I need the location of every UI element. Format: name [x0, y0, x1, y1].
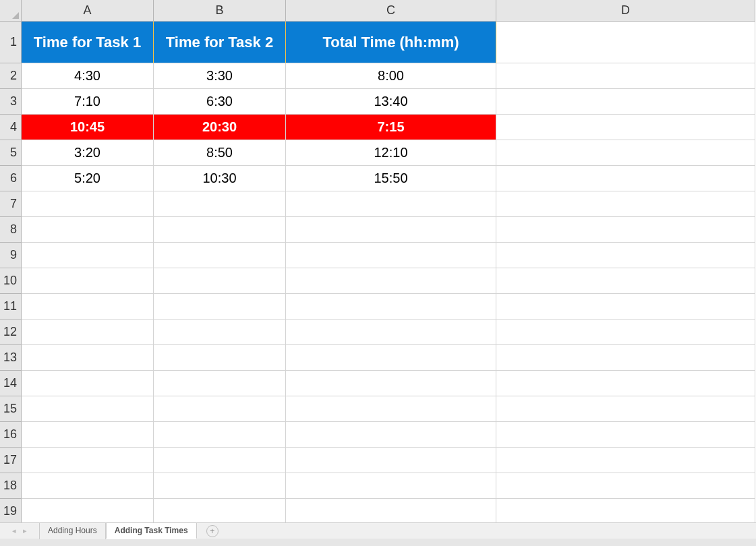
row-header-13[interactable]: 13	[0, 345, 22, 371]
row-header-2[interactable]: 2	[0, 63, 22, 89]
cell-C8[interactable]	[286, 217, 496, 243]
row-header-5[interactable]: 5	[0, 140, 22, 166]
row-header-15[interactable]: 15	[0, 396, 22, 422]
cell-A6[interactable]: 5:20	[22, 166, 154, 191]
cell-A12[interactable]	[22, 320, 154, 345]
row-header-8[interactable]: 8	[0, 217, 22, 243]
row-header-10[interactable]: 10	[0, 268, 22, 294]
cell-A9[interactable]	[22, 243, 154, 268]
row-header-19[interactable]: 19	[0, 499, 22, 524]
cell-C18[interactable]	[286, 473, 496, 499]
cell-A17[interactable]	[22, 448, 154, 473]
cell-A18[interactable]	[22, 473, 154, 499]
cell-B8[interactable]	[154, 217, 286, 243]
cell-B4[interactable]: 20:30	[154, 115, 286, 140]
row-header-14[interactable]: 14	[0, 371, 22, 396]
column-header-C[interactable]: C	[286, 0, 496, 22]
cell-B18[interactable]	[154, 473, 286, 499]
cell-B12[interactable]	[154, 320, 286, 345]
cell-A4[interactable]: 10:45	[22, 115, 154, 140]
cell-C11[interactable]	[286, 294, 496, 320]
cell-A5[interactable]: 3:20	[22, 140, 154, 166]
cell-D17[interactable]	[496, 448, 755, 473]
row-header-3[interactable]: 3	[0, 89, 22, 115]
cell-C5[interactable]: 12:10	[286, 140, 496, 166]
cell-D10[interactable]	[496, 268, 755, 294]
cell-A7[interactable]	[22, 191, 154, 217]
cell-A14[interactable]	[22, 371, 154, 396]
row-header-7[interactable]: 7	[0, 191, 22, 217]
cell-B10[interactable]	[154, 268, 286, 294]
cell-D13[interactable]	[496, 345, 755, 371]
cell-C19[interactable]	[286, 499, 496, 524]
row-header-11[interactable]: 11	[0, 294, 22, 320]
cell-A2[interactable]: 4:30	[22, 63, 154, 89]
column-header-A[interactable]: A	[22, 0, 154, 22]
cell-C10[interactable]	[286, 268, 496, 294]
row-header-1[interactable]: 1	[0, 22, 22, 63]
cell-D2[interactable]	[496, 63, 755, 89]
cell-C17[interactable]	[286, 448, 496, 473]
cell-D12[interactable]	[496, 320, 755, 345]
cell-B2[interactable]: 3:30	[154, 63, 286, 89]
cell-C6[interactable]: 15:50	[286, 166, 496, 191]
sheet-tab[interactable]: Adding Task Times	[106, 523, 197, 539]
row-header-12[interactable]: 12	[0, 320, 22, 345]
cell-B1[interactable]: Time for Task 2	[154, 22, 286, 63]
cell-D14[interactable]	[496, 371, 755, 396]
select-all-corner[interactable]	[0, 0, 22, 22]
row-header-6[interactable]: 6	[0, 166, 22, 191]
cell-D9[interactable]	[496, 243, 755, 268]
cell-B9[interactable]	[154, 243, 286, 268]
cell-A13[interactable]	[22, 345, 154, 371]
cell-C4[interactable]: 7:15	[286, 115, 496, 140]
cell-C1[interactable]: Total Time (hh:mm)	[286, 22, 496, 63]
cell-D8[interactable]	[496, 217, 755, 243]
column-header-D[interactable]: D	[496, 0, 755, 22]
row-header-18[interactable]: 18	[0, 473, 22, 499]
cell-D4[interactable]	[496, 115, 755, 140]
cell-C15[interactable]	[286, 396, 496, 422]
cell-A15[interactable]	[22, 396, 154, 422]
cell-D7[interactable]	[496, 191, 755, 217]
cell-B17[interactable]	[154, 448, 286, 473]
cell-B3[interactable]: 6:30	[154, 89, 286, 115]
cell-A11[interactable]	[22, 294, 154, 320]
tab-nav-prev-icon[interactable]: ◂	[12, 526, 16, 535]
new-sheet-button[interactable]: +	[206, 525, 219, 537]
cell-D11[interactable]	[496, 294, 755, 320]
cell-B6[interactable]: 10:30	[154, 166, 286, 191]
row-header-16[interactable]: 16	[0, 422, 22, 448]
cell-C2[interactable]: 8:00	[286, 63, 496, 89]
cell-C9[interactable]	[286, 243, 496, 268]
cell-B14[interactable]	[154, 371, 286, 396]
cell-D1[interactable]	[496, 22, 755, 63]
cell-B15[interactable]	[154, 396, 286, 422]
cell-A10[interactable]	[22, 268, 154, 294]
cell-B5[interactable]: 8:50	[154, 140, 286, 166]
cell-D18[interactable]	[496, 473, 755, 499]
cell-A16[interactable]	[22, 422, 154, 448]
cell-B16[interactable]	[154, 422, 286, 448]
cell-C14[interactable]	[286, 371, 496, 396]
cell-C12[interactable]	[286, 320, 496, 345]
cell-B13[interactable]	[154, 345, 286, 371]
sheet-tab[interactable]: Adding Hours	[39, 523, 106, 539]
column-header-B[interactable]: B	[154, 0, 286, 22]
cell-C16[interactable]	[286, 422, 496, 448]
tab-nav-next-icon[interactable]: ▸	[23, 526, 27, 535]
cell-B19[interactable]	[154, 499, 286, 524]
cell-A19[interactable]	[22, 499, 154, 524]
cell-D6[interactable]	[496, 166, 755, 191]
cell-B11[interactable]	[154, 294, 286, 320]
cell-D5[interactable]	[496, 140, 755, 166]
cell-A1[interactable]: Time for Task 1	[22, 22, 154, 63]
cell-D19[interactable]	[496, 499, 755, 524]
cell-C13[interactable]	[286, 345, 496, 371]
row-header-4[interactable]: 4	[0, 115, 22, 140]
cell-C7[interactable]	[286, 191, 496, 217]
cell-A8[interactable]	[22, 217, 154, 243]
row-header-9[interactable]: 9	[0, 243, 22, 268]
row-header-17[interactable]: 17	[0, 448, 22, 473]
cell-D16[interactable]	[496, 422, 755, 448]
